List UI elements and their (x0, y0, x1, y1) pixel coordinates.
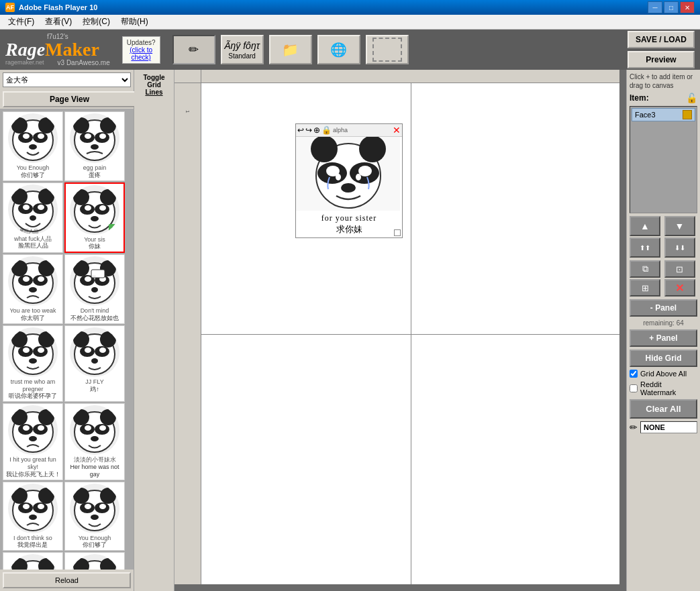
meme-alpha-label: alpha (333, 127, 348, 133)
sprite-label-2: egg pain 蛋疼 (83, 164, 107, 179)
canvas-area: 1 ↩ ↪ ⊕ 🔒 alpha ✕ (174, 70, 626, 591)
title-bar-controls[interactable]: ─ □ ✕ (648, 1, 695, 13)
grid-above-checkbox[interactable] (630, 370, 638, 378)
duplicate-button[interactable]: ⊞ (630, 279, 660, 297)
item-label-text: Item: (630, 93, 649, 103)
svg-point-32 (91, 216, 99, 221)
delete-button[interactable]: ✕ (664, 279, 695, 297)
meme-zoom-icon[interactable]: ⊕ (313, 125, 320, 135)
canvas-meme-item[interactable]: ↩ ↪ ⊕ 🔒 alpha ✕ (295, 123, 403, 238)
svg-point-38 (23, 276, 30, 282)
sprite-item-14[interactable]: My dad is a Gang 我爸是李刚 (64, 552, 125, 570)
svg-point-82 (91, 436, 99, 441)
pencil-tool-button[interactable]: ✏ (172, 35, 215, 64)
folder-tool-button[interactable]: 📁 (269, 35, 312, 64)
svg-point-7 (29, 144, 37, 150)
sprite-item-13[interactable]: I'm your sister 求你妹 (3, 552, 63, 570)
meme-face-image (296, 137, 400, 211)
copy-button[interactable]: ⧉ (630, 260, 660, 278)
dotted-box-icon (372, 38, 402, 62)
maximize-button[interactable]: □ (664, 1, 679, 13)
updates-box[interactable]: Updates? (click to check) (122, 36, 160, 64)
meme-rotate-right-icon[interactable]: ↪ (305, 125, 312, 135)
meme-close-icon[interactable]: ✕ (393, 125, 401, 136)
menu-help[interactable]: 帮助(H) (115, 15, 154, 29)
sprite-item-1[interactable]: You Enough 你们够了 (3, 111, 63, 181)
move-down-button[interactable]: ▼ (664, 216, 695, 236)
meme-rotate-left-icon[interactable]: ↩ (297, 125, 304, 135)
svg-point-93 (100, 488, 116, 504)
menu-bar: 文件(F) 查看(V) 控制(C) 帮助(H) (0, 15, 700, 30)
svg-point-10 (100, 117, 116, 133)
toggle-grid-button[interactable]: Toggle Grid Lines (134, 70, 174, 591)
arrow-buttons: ▲ ▼ ⬆⬆ ⬇⬇ (630, 216, 697, 258)
meme-lock-icon[interactable]: 🔒 (321, 125, 332, 135)
preview-button[interactable]: Preview (628, 51, 695, 68)
sprite-face-6: … (70, 256, 119, 306)
meme-resize-handle[interactable] (394, 229, 401, 236)
sprite-item-6[interactable]: … Don't mind 不然心花怒放如也 (64, 254, 125, 324)
sprite-label-1: You Enough 你们够了 (17, 164, 50, 179)
svg-point-65 (99, 347, 106, 353)
title-bar: AF Adobe Flash Player 10 ─ □ ✕ (0, 0, 700, 15)
item-list-entry-face3[interactable]: Face3 (632, 108, 695, 121)
svg-text:脸黑巨人品: 脸黑巨人品 (15, 229, 38, 234)
move-to-top-button[interactable]: ⬆⬆ (630, 237, 660, 258)
hide-grid-button[interactable]: Hide Grid (630, 350, 697, 367)
sprite-item-10[interactable]: 淡淡的小哥妹水 Her home was not gay (64, 403, 125, 480)
svg-point-15 (91, 144, 99, 150)
page-view-button[interactable]: Page View (3, 91, 136, 107)
item-lock-icon[interactable]: 🔓 (686, 93, 697, 103)
svg-point-66 (91, 358, 98, 364)
svg-point-89 (38, 504, 44, 509)
plus-panel-button[interactable]: + Panel (630, 329, 697, 347)
svg-point-21 (23, 205, 30, 210)
sprite-item-4[interactable]: + Your sis 你妹 (64, 182, 125, 254)
minus-panel-button[interactable]: - Panel (630, 299, 697, 317)
app-icon: AF (5, 3, 15, 12)
sprite-item-2[interactable]: egg pain 蛋疼 (64, 111, 125, 181)
svg-point-52 (11, 331, 28, 347)
svg-point-69 (38, 409, 54, 425)
sprite-label-5: You are too weak 你太弱了 (9, 307, 56, 322)
menu-file[interactable]: 文件(F) (3, 15, 40, 29)
sprite-label-7: trust me who am pregner 听说你老婆怀孕了 (5, 378, 61, 400)
menu-view[interactable]: 查看(V) (40, 15, 77, 29)
reload-button[interactable]: Reload (3, 572, 131, 588)
minimize-button[interactable]: ─ (648, 1, 662, 13)
logo-rage: Rage (5, 40, 45, 59)
sprite-label-4: Your sis 你妹 (84, 236, 105, 251)
svg-point-58 (29, 358, 37, 364)
close-button[interactable]: ✕ (680, 1, 695, 13)
svg-point-136 (358, 166, 372, 176)
sprite-item-5[interactable]: You are too weak 你太弱了 (3, 254, 63, 324)
ruler-top (201, 70, 619, 83)
move-up-button[interactable]: ▲ (630, 216, 660, 236)
sprite-item-3[interactable]: 脸黑巨人品 what fuck人品 脸黑巨人品 (3, 182, 63, 254)
sprite-label-6: Don't mind 不然心花怒放如也 (70, 307, 119, 322)
title-bar-left: AF Adobe Flash Player 10 (5, 3, 97, 12)
canvas-grid-horizontal (201, 334, 619, 335)
sprite-item-8[interactable]: JJ FLY 鸡↑ (64, 325, 125, 402)
sprite-item-9[interactable]: I hit you great fun sky! 我让你乐死飞上天！ (3, 403, 63, 480)
globe-tool-button[interactable]: 🌐 (317, 35, 360, 64)
reddit-watermark-checkbox[interactable] (630, 384, 638, 392)
move-to-bottom-button[interactable]: ⬇⬇ (664, 237, 695, 258)
left-sidebar: 金大爷 Page View (0, 70, 134, 591)
svg-point-34 (11, 260, 28, 276)
paste-button[interactable]: ⊡ (664, 260, 695, 278)
svg-text:…: … (92, 273, 96, 277)
sprite-item-7[interactable]: trust me who am pregner 听说你老婆怀孕了 (3, 325, 63, 402)
svg-point-9 (73, 117, 89, 133)
menu-control[interactable]: 控制(C) (77, 15, 115, 29)
svg-point-56 (23, 347, 30, 353)
save-load-button[interactable]: SAVE / LOAD (628, 31, 695, 48)
sprite-category-dropdown[interactable]: 金大爷 (3, 72, 131, 87)
font-tool-button[interactable]: Ãŋÿ fôŋτ Standard (221, 35, 264, 64)
clear-all-button[interactable]: Clear All (630, 399, 697, 419)
title-bar-text: Adobe Flash Player 10 (19, 3, 97, 11)
dotted-tool-button[interactable] (366, 35, 409, 64)
canvas-background[interactable]: ↩ ↪ ⊕ 🔒 alpha ✕ (201, 83, 619, 584)
sprite-item-11[interactable]: I don't think so 我觉得出是 (3, 482, 63, 551)
sprite-item-12[interactable]: You Enough 你们够了 (64, 482, 125, 551)
